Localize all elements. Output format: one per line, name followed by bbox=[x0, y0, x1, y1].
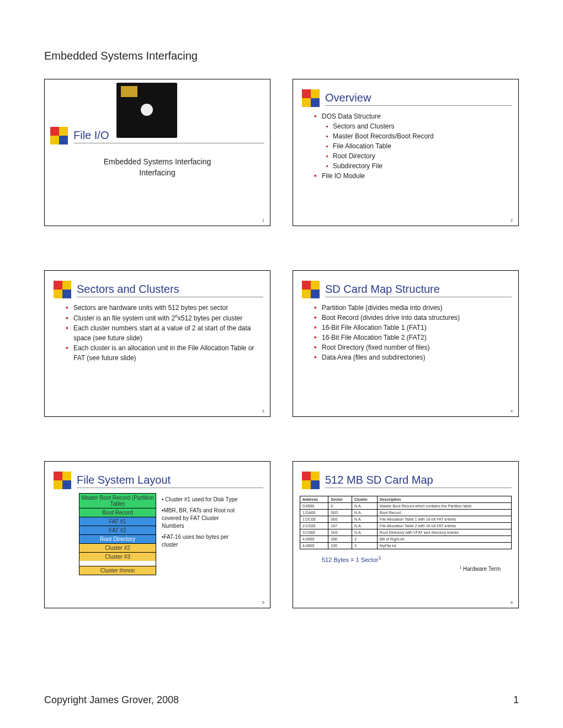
layout-row: FAT #1 bbox=[79, 517, 156, 526]
table-row: 3:C0001E0N.A.Root Directory with VFAT an… bbox=[300, 529, 512, 536]
slides-grid: File I/O Embedded Systems Interfacing In… bbox=[44, 79, 519, 608]
bullet-list: Partition Table (divides media into driv… bbox=[300, 303, 512, 362]
logo-icon bbox=[50, 127, 69, 146]
slide-subtitle: Embedded Systems Interfacing Interfacing bbox=[45, 157, 270, 178]
layout-row: Cluster #2 bbox=[79, 543, 156, 553]
layout-stack: Master Boot Record (Partition Table) Boo… bbox=[79, 494, 156, 575]
layout-row: Cluster #nnnn bbox=[79, 566, 156, 575]
slide-1: File I/O Embedded Systems Interfacing In… bbox=[44, 79, 270, 226]
slide-4: SD Card Map Structure Partition Table (d… bbox=[293, 270, 519, 417]
slide-3: Sectors and Clusters Sectors are hardwar… bbox=[44, 270, 270, 417]
table-row: 0:00000N.A.Master Boot Record which cont… bbox=[300, 503, 512, 510]
table-row: 2:CE00167N.A.File Allocation Table 2 wit… bbox=[300, 523, 512, 529]
slide-number: 4 bbox=[511, 409, 513, 413]
page-header: Embedded Systems Interfacing bbox=[44, 50, 519, 62]
logo-icon bbox=[302, 472, 321, 490]
slide-2: Overview DOS Data Structure Sectors and … bbox=[293, 79, 519, 226]
layout-row: Boot Record bbox=[79, 508, 156, 517]
col-sector: Sector bbox=[328, 496, 352, 503]
slide-title: SD Card Map Structure bbox=[325, 283, 512, 297]
logo-icon bbox=[302, 89, 321, 108]
table-row: 1:DC000EEN.A.File Allocation Table 1 wit… bbox=[300, 516, 512, 523]
footnote: 1 Hardware Term bbox=[300, 565, 501, 572]
page-number: 1 bbox=[513, 694, 519, 706]
layout-row: Root Directory bbox=[79, 534, 156, 544]
slide-number: 6 bbox=[511, 601, 513, 604]
slide-title: File I/O bbox=[73, 129, 264, 143]
logo-icon bbox=[54, 472, 72, 490]
slide-6: 512 MB SD Card Map Address Sector Cluste… bbox=[293, 461, 519, 608]
col-cluster: Cluster bbox=[352, 496, 377, 503]
table-row: 1:DA000EDN.A.Boot Record bbox=[300, 510, 512, 516]
layout-row: Master Boot Record (Partition Table) bbox=[79, 493, 156, 508]
col-description: Description bbox=[377, 496, 511, 503]
copyright: Copyright James Grover, 2008 bbox=[44, 694, 179, 706]
layout-row: FAT #2 bbox=[79, 526, 156, 535]
slide-title: 512 MB SD Card Map bbox=[325, 474, 512, 488]
layout-notes: • Cluster #1 used for Disk Type •MBR, BR… bbox=[162, 494, 239, 575]
sd-card-map-table: Address Sector Cluster Description 0:000… bbox=[300, 496, 512, 549]
slide-5: File System Layout Master Boot Record (P… bbox=[44, 461, 270, 608]
slide-title: File System Layout bbox=[77, 474, 263, 488]
slide-number: 5 bbox=[262, 601, 264, 604]
bullet-list: DOS Data Structure Sectors and Clusters … bbox=[300, 111, 512, 181]
slide-title: Overview bbox=[325, 92, 512, 106]
bullet-list: Sectors are hardware units with 512 byte… bbox=[51, 303, 263, 363]
page-footer: Copyright James Grover, 2008 1 bbox=[44, 694, 519, 706]
layout-row: Cluster #3 bbox=[79, 552, 156, 561]
logo-icon bbox=[302, 281, 321, 299]
table-row: 4:00002002Bill of Right.txt bbox=[300, 536, 512, 543]
sector-note: 512 Bytes = 1 Sector1 bbox=[322, 555, 512, 563]
slide-title: Sectors and Clusters bbox=[77, 283, 263, 297]
slide-number: 2 bbox=[511, 218, 513, 222]
slide-number: 1 bbox=[262, 218, 264, 222]
table-row: 4:40002203MyFile.txt bbox=[300, 543, 512, 549]
logo-icon bbox=[54, 281, 72, 299]
col-address: Address bbox=[300, 496, 328, 503]
slide-number: 3 bbox=[262, 409, 264, 413]
